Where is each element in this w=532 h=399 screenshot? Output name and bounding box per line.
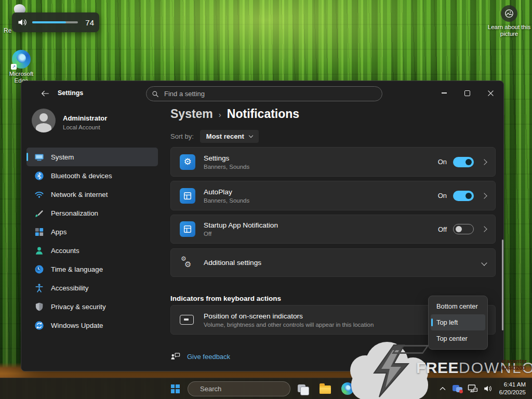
sidebar-item-network[interactable]: Network & internet — [26, 185, 158, 204]
back-arrow-icon — [41, 89, 49, 98]
row-title: Additional settings — [204, 259, 482, 267]
settings-search-input[interactable] — [163, 89, 377, 98]
watermark-side-text: etacenter 674-0200 — [501, 358, 532, 371]
breadcrumb-parent[interactable]: System — [170, 107, 213, 121]
search-icon — [152, 90, 159, 98]
file-explorer-button[interactable] — [315, 380, 335, 397]
sidebar-nav: System Bluetooth & devices Network & int… — [26, 148, 158, 335]
maximize-button[interactable] — [456, 81, 479, 105]
bluetooth-icon — [34, 171, 44, 181]
autoplay-app-icon — [180, 188, 195, 204]
task-view-button[interactable] — [293, 380, 313, 397]
startup-notifications-toggle[interactable] — [453, 224, 474, 234]
show-hidden-icons-button[interactable] — [436, 381, 449, 396]
row-subtitle: Off — [204, 231, 438, 237]
user-name: Administrator — [63, 114, 107, 122]
shield-icon — [34, 302, 44, 312]
speaker-icon — [17, 17, 28, 28]
user-account-type: Local Account — [63, 124, 100, 130]
taskbar-search-input[interactable] — [199, 384, 292, 393]
notification-row-settings[interactable]: ⚙ Settings Banners, Sounds On — [170, 147, 496, 177]
sort-dropdown[interactable]: Most recent — [200, 130, 259, 143]
speaker-icon — [483, 384, 493, 393]
system-icon — [34, 152, 44, 162]
scrollbar[interactable] — [502, 240, 503, 330]
autoplay-notifications-toggle[interactable] — [453, 191, 474, 201]
volume-value: 74 — [83, 18, 94, 27]
taskbar-search[interactable] — [188, 381, 290, 396]
sidebar-item-bluetooth[interactable]: Bluetooth & devices — [26, 166, 158, 185]
toggle-state-label: On — [438, 192, 447, 200]
breadcrumb-separator: › — [219, 109, 221, 119]
minimize-button[interactable] — [432, 81, 456, 105]
settings-notifications-toggle[interactable] — [453, 157, 474, 167]
row-title: Startup App Notification — [204, 221, 438, 229]
menu-item-top-left[interactable]: Top left — [431, 314, 485, 330]
sidebar-item-label: Personalization — [51, 209, 98, 217]
learn-about-picture[interactable]: Learn about this picture — [483, 5, 532, 37]
shortcut-arrow-icon: ↗ — [11, 64, 17, 70]
sidebar-item-apps[interactable]: Apps — [26, 222, 158, 241]
start-button[interactable] — [165, 380, 185, 397]
chat-tray-button[interactable] — [451, 381, 464, 396]
sidebar-item-label: System — [51, 153, 74, 161]
sidebar-item-privacy[interactable]: Privacy & security — [26, 297, 158, 316]
network-tray-button[interactable] — [466, 381, 480, 396]
volume-tray-button[interactable] — [481, 381, 495, 396]
taskbar: ⚙ — [0, 378, 532, 399]
toggle-state-label: Off — [438, 225, 447, 233]
taskbar-clock[interactable]: 6:41 AM 6/20/2025 — [496, 381, 530, 396]
notification-row-startup[interactable]: Startup App Notification Off Off — [170, 215, 496, 244]
chat-icon — [453, 384, 463, 393]
settings-search-box[interactable] — [146, 86, 382, 101]
sidebar-item-time-language[interactable]: Time & language — [26, 260, 158, 278]
close-icon — [488, 90, 494, 96]
sidebar-item-label: Privacy & security — [51, 303, 106, 311]
sort-value: Most recent — [206, 132, 244, 140]
clock-icon — [34, 264, 44, 274]
sidebar-item-label: Apps — [51, 228, 66, 236]
sidebar-item-system[interactable]: System — [26, 148, 158, 166]
picture-info-button[interactable] — [501, 5, 517, 22]
settings-window: Settings Administrator Local Account — [21, 81, 504, 371]
sort-label: Sort by: — [170, 132, 194, 140]
close-button[interactable] — [479, 81, 502, 105]
avatar[interactable] — [32, 109, 56, 132]
menu-item-top-center[interactable]: Top center — [431, 330, 485, 347]
sidebar-item-label: Windows Update — [51, 322, 103, 329]
row-title: Settings — [204, 154, 438, 162]
minimize-icon — [442, 92, 447, 93]
clock-date: 6/20/2025 — [499, 389, 526, 396]
chevron-right-icon — [481, 226, 487, 232]
apps-icon — [34, 227, 44, 237]
chevron-up-icon — [440, 387, 446, 391]
give-feedback-link[interactable]: Give feedback — [170, 352, 230, 361]
notification-row-autoplay[interactable]: AutoPlay Banners, Sounds On — [170, 181, 496, 210]
desktop-icon-edge[interactable]: ↗ Microsoft Edge — [4, 50, 38, 84]
menu-item-bottom-center[interactable]: Bottom center — [431, 298, 485, 314]
sidebar-item-accounts[interactable]: Accounts — [26, 241, 158, 260]
wifi-icon — [34, 190, 44, 200]
sidebar-item-personalization[interactable]: Personalization — [26, 204, 158, 222]
sidebar-item-accessibility[interactable]: Accessibility — [26, 278, 158, 297]
update-icon — [34, 321, 44, 330]
volume-slider[interactable] — [32, 21, 78, 23]
window-grid-icon — [183, 191, 192, 201]
on-screen-indicator-icon — [180, 315, 194, 325]
notification-badge — [459, 390, 463, 393]
toggle-state-label: On — [438, 158, 447, 166]
gears-icon: ⚙ ⚙ — [180, 255, 195, 271]
row-subtitle: Banners, Sounds — [204, 164, 438, 170]
breadcrumb: System › Notifications — [170, 107, 299, 121]
additional-settings-row[interactable]: ⚙ ⚙ Additional settings — [170, 248, 496, 277]
picture-icon — [504, 9, 514, 18]
volume-flyout: 74 — [12, 12, 99, 32]
sidebar-item-windows-update[interactable]: Windows Update — [26, 316, 158, 335]
sidebar-item-label: Time & language — [51, 265, 103, 273]
volume-slider-fill — [32, 21, 66, 23]
section-header: Indicators from keyboard actions — [170, 295, 281, 302]
learn-about-label: Learn about this picture — [483, 24, 532, 37]
sidebar-item-label: Bluetooth & devices — [51, 172, 112, 180]
back-button[interactable] — [37, 86, 52, 101]
sidebar-item-label: Network & internet — [51, 191, 108, 198]
